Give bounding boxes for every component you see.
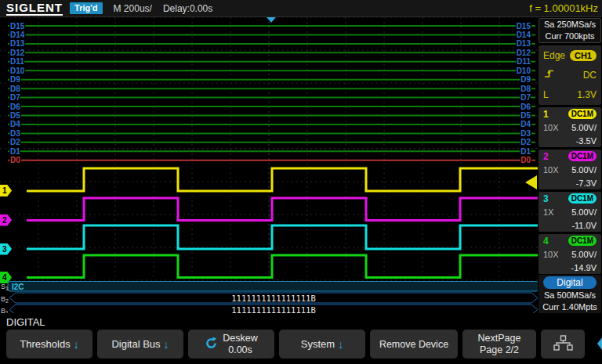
digital-channel-label-right-D15[interactable]: D15: [517, 22, 531, 31]
delay-readout[interactable]: Delay:0.00s: [163, 3, 212, 14]
serial-decode-label: I2C: [12, 283, 24, 291]
trigger-type-label: Edge: [543, 50, 565, 61]
digital-channel-label-left-D13[interactable]: D13: [10, 39, 25, 48]
channel2-coupling-badge: DC1M: [568, 151, 597, 161]
channel2-scale: 5.00V/: [571, 165, 597, 175]
trigger-info-box[interactable]: Edge CH1 DC L 1.3V: [539, 45, 601, 105]
channel2-attenuation: 10X: [543, 165, 559, 175]
digital-channel-label-right-D14[interactable]: D14: [517, 31, 531, 39]
digital-channel-label-right-D2[interactable]: D2: [520, 138, 531, 146]
digital-channel-label-left-D6[interactable]: D6: [10, 103, 20, 111]
channel3-number: 3: [543, 193, 549, 204]
sample-rate-readout: Sa 250MSa/s: [539, 19, 600, 31]
menu-button-system[interactable]: System ↓: [279, 330, 365, 359]
digital-channel-label-left-D15[interactable]: D15: [10, 22, 25, 31]
digital-channel-label-right-D7[interactable]: D7: [520, 93, 531, 102]
digital-channel-label-right-D6[interactable]: D6: [520, 103, 531, 111]
memory-depth-readout: Curr 700kpts: [539, 31, 600, 42]
digital-channel-label-left-D12[interactable]: D12: [10, 49, 25, 57]
digital-channel-label-right-D8[interactable]: D8: [520, 85, 531, 93]
brand-logo: SIGLENT: [6, 1, 63, 16]
channel3-coupling-badge: DC1M: [568, 193, 597, 204]
menu-more-indicator[interactable]: [597, 337, 602, 350]
digital-channel-label-right-D5[interactable]: D5: [520, 111, 531, 120]
sidebar: Sa 250MSa/s Curr 700kpts Edge CH1 DC L 1…: [538, 16, 602, 323]
network-icon: [553, 335, 574, 353]
channel4-offset: -14.9V: [571, 263, 597, 272]
channel1-offset: -3.5V: [576, 136, 597, 146]
deskew-label: Deskew: [223, 333, 257, 344]
digital-channel-label-right-D1[interactable]: D1: [520, 147, 531, 156]
channel1-scale: 5.00V/: [571, 123, 597, 132]
menu-button-digital-bus[interactable]: Digital Bus ↓: [97, 330, 183, 359]
rising-edge-icon: [543, 67, 556, 82]
digital-channel-label-left-D4[interactable]: D4: [10, 120, 20, 128]
channel1-coupling-badge: DC1M: [568, 109, 597, 119]
digital-channel-label-right-D0[interactable]: D0: [520, 156, 531, 164]
digital-channel-label-right-D9[interactable]: D9: [520, 75, 531, 84]
digital-channel-label-right-D10[interactable]: D10: [517, 67, 531, 75]
digital-bus-label: Digital Bus: [111, 338, 160, 350]
trigger-source-badge: CH1: [570, 50, 597, 61]
channel3-info-box[interactable]: 3 DC1M 1X 5.00V/ -11.0V: [539, 192, 601, 232]
bottom-menu: DIGITAL Thresholds ↓ Digital Bus ↓ Deske…: [0, 313, 602, 364]
frequency-counter: f = 1.00001kHz: [529, 2, 598, 14]
chevron-down-icon: ↓: [338, 338, 343, 351]
timebase-readout[interactable]: M 200us/: [114, 3, 152, 14]
serial-decode-bar[interactable]: [8, 282, 538, 292]
channel1-number: 1: [543, 109, 549, 120]
system-label: System: [301, 338, 335, 350]
analog-trace-ch3: [27, 225, 538, 249]
waveform-display: D15D15D14D14D13D13D12D12D11D11D10D10D9D9…: [0, 0, 538, 323]
menu-button-network[interactable]: [541, 330, 585, 359]
digital-channel-label-left-D8[interactable]: D8: [10, 85, 20, 93]
deskew-value: 0.00s: [228, 344, 252, 356]
trigger-status-badge: Trig'd: [70, 2, 103, 14]
digital-channel-label-left-D0[interactable]: D0: [10, 156, 20, 164]
acquisition-info-box: Sa 250MSa/s Curr 700kpts: [539, 18, 601, 43]
digital-channel-label-left-D7[interactable]: D7: [10, 93, 20, 102]
nextpage-label: NextPage: [478, 333, 521, 344]
menu-button-remove-device[interactable]: Remove Device: [370, 330, 458, 359]
digital-channel-label-right-D12[interactable]: D12: [517, 49, 531, 57]
channel2-info-box[interactable]: 2 DC1M 10X 5.00V/ -7.3V: [539, 150, 601, 189]
channel1-info-box[interactable]: 1 DC1M 10X 5.00V/ -3.5V: [539, 107, 601, 147]
channel1-attenuation: 10X: [543, 123, 559, 132]
channel3-scale: 5.00V/: [571, 207, 597, 217]
top-bar: SIGLENT Trig'd M 200us/ Delay:0.00s f = …: [0, 0, 602, 17]
menu-button-thresholds[interactable]: Thresholds ↓: [6, 330, 92, 359]
menu-button-nextpage[interactable]: NextPage Page 2/2: [462, 330, 536, 359]
menu-title: DIGITAL: [6, 316, 45, 328]
digital-channel-label-right-D13[interactable]: D13: [517, 39, 531, 48]
channel4-info-box[interactable]: 4 DC1M 10X 5.00V/ -14.9V: [539, 234, 601, 274]
digital-channel-label-right-D4[interactable]: D4: [520, 120, 531, 128]
analog-trace-ch4: [27, 255, 538, 278]
analog-trace-ch2: [27, 198, 538, 221]
digital-channel-label-left-D5[interactable]: D5: [10, 111, 20, 120]
digital-channel-label-left-D11[interactable]: D11: [10, 57, 24, 66]
trigger-level-label: L: [543, 89, 549, 100]
channel3-offset: -11.0V: [571, 221, 597, 230]
digital-channel-label-left-D1[interactable]: D1: [10, 147, 20, 156]
menu-button-deskew[interactable]: Deskew 0.00s: [188, 330, 274, 359]
trigger-level-value: 1.3V: [577, 89, 597, 100]
channel2-number: 2: [543, 151, 549, 162]
digital-channel-label-left-D14[interactable]: D14: [10, 31, 25, 39]
thresholds-label: Thresholds: [20, 338, 70, 350]
bus-value-B2: 1111111111111111B: [231, 294, 315, 303]
digital-channel-label-right-D3[interactable]: D3: [520, 129, 531, 138]
trigger-coupling-label: DC: [583, 70, 597, 81]
digital-channel-label-right-D11[interactable]: D11: [517, 57, 531, 66]
trigger-level-icon[interactable]: [525, 175, 537, 189]
rotate-knob-icon: [205, 337, 218, 352]
channel4-scale: 5.00V/: [571, 250, 597, 259]
digital-channel-label-left-D9[interactable]: D9: [10, 75, 20, 84]
digital-channel-label-left-D3[interactable]: D3: [10, 129, 20, 138]
digital-channel-label-left-D2[interactable]: D2: [10, 138, 20, 146]
digital-channel-label-left-D10[interactable]: D10: [10, 67, 25, 75]
channel4-attenuation: 10X: [543, 250, 559, 259]
channel4-coupling-badge: DC1M: [568, 236, 597, 246]
channel4-number: 4: [543, 236, 549, 247]
channel3-attenuation: 1X: [543, 207, 553, 217]
chevron-down-icon: ↓: [74, 338, 79, 351]
